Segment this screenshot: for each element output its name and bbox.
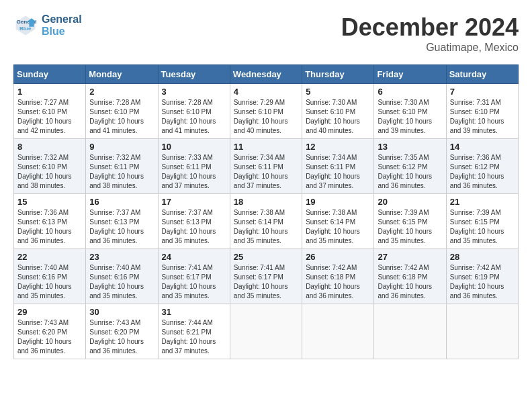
calendar-cell: 5 Sunrise: 7:30 AM Sunset: 6:10 PM Dayli… xyxy=(302,84,374,139)
day-info: Sunrise: 7:37 AM Sunset: 6:13 PM Dayligh… xyxy=(89,208,154,246)
calendar-cell: 16 Sunrise: 7:37 AM Sunset: 6:13 PM Dayl… xyxy=(86,194,158,249)
day-number: 2 xyxy=(89,87,154,97)
day-info: Sunrise: 7:28 AM Sunset: 6:10 PM Dayligh… xyxy=(162,98,226,136)
calendar-cell: 15 Sunrise: 7:36 AM Sunset: 6:13 PM Dayl… xyxy=(14,194,86,249)
calendar-cell: 27 Sunrise: 7:42 AM Sunset: 6:18 PM Dayl… xyxy=(374,249,446,304)
calendar-header-thursday: Thursday xyxy=(302,65,374,84)
day-info: Sunrise: 7:40 AM Sunset: 6:16 PM Dayligh… xyxy=(17,263,82,301)
calendar-cell: 4 Sunrise: 7:29 AM Sunset: 6:10 PM Dayli… xyxy=(230,84,302,139)
calendar-header-wednesday: Wednesday xyxy=(230,65,302,84)
day-info: Sunrise: 7:44 AM Sunset: 6:21 PM Dayligh… xyxy=(162,318,226,356)
day-number: 30 xyxy=(89,307,154,317)
logo-text-line2: Blue xyxy=(42,26,82,38)
day-info: Sunrise: 7:33 AM Sunset: 6:11 PM Dayligh… xyxy=(162,153,226,191)
calendar: SundayMondayTuesdayWednesdayThursdayFrid… xyxy=(13,64,519,359)
day-info: Sunrise: 7:29 AM Sunset: 6:10 PM Dayligh… xyxy=(234,98,298,136)
calendar-cell: 9 Sunrise: 7:32 AM Sunset: 6:11 PM Dayli… xyxy=(86,139,158,194)
calendar-header-sunday: Sunday xyxy=(14,65,86,84)
day-info: Sunrise: 7:34 AM Sunset: 6:11 PM Dayligh… xyxy=(306,153,370,191)
calendar-week-row: 1 Sunrise: 7:27 AM Sunset: 6:10 PM Dayli… xyxy=(14,84,519,139)
day-info: Sunrise: 7:40 AM Sunset: 6:16 PM Dayligh… xyxy=(89,263,154,301)
day-info: Sunrise: 7:41 AM Sunset: 6:17 PM Dayligh… xyxy=(162,263,226,301)
day-info: Sunrise: 7:32 AM Sunset: 6:10 PM Dayligh… xyxy=(17,153,82,191)
day-number: 3 xyxy=(162,87,226,97)
day-info: Sunrise: 7:43 AM Sunset: 6:20 PM Dayligh… xyxy=(89,318,154,356)
calendar-cell: 23 Sunrise: 7:40 AM Sunset: 6:16 PM Dayl… xyxy=(86,249,158,304)
calendar-cell xyxy=(446,304,518,359)
calendar-cell: 20 Sunrise: 7:39 AM Sunset: 6:15 PM Dayl… xyxy=(374,194,446,249)
calendar-cell: 7 Sunrise: 7:31 AM Sunset: 6:10 PM Dayli… xyxy=(446,84,518,139)
calendar-header-friday: Friday xyxy=(374,65,446,84)
day-info: Sunrise: 7:31 AM Sunset: 6:10 PM Dayligh… xyxy=(450,98,515,136)
calendar-cell: 6 Sunrise: 7:30 AM Sunset: 6:10 PM Dayli… xyxy=(374,84,446,139)
calendar-header-monday: Monday xyxy=(86,65,158,84)
day-number: 22 xyxy=(17,252,82,262)
title-area: December 2024 Guatimape, Mexico xyxy=(341,13,519,54)
day-number: 8 xyxy=(17,142,82,152)
day-info: Sunrise: 7:30 AM Sunset: 6:10 PM Dayligh… xyxy=(306,98,370,136)
day-number: 20 xyxy=(378,197,442,207)
calendar-week-row: 15 Sunrise: 7:36 AM Sunset: 6:13 PM Dayl… xyxy=(14,194,519,249)
calendar-cell: 28 Sunrise: 7:42 AM Sunset: 6:19 PM Dayl… xyxy=(446,249,518,304)
calendar-cell: 12 Sunrise: 7:34 AM Sunset: 6:11 PM Dayl… xyxy=(302,139,374,194)
month-title: December 2024 xyxy=(341,13,519,42)
day-number: 9 xyxy=(89,142,154,152)
day-info: Sunrise: 7:42 AM Sunset: 6:19 PM Dayligh… xyxy=(450,263,515,301)
logo-text-line1: General xyxy=(42,13,82,26)
calendar-cell: 1 Sunrise: 7:27 AM Sunset: 6:10 PM Dayli… xyxy=(14,84,86,139)
day-info: Sunrise: 7:32 AM Sunset: 6:11 PM Dayligh… xyxy=(89,153,154,191)
calendar-cell xyxy=(302,304,374,359)
day-number: 12 xyxy=(306,142,370,152)
day-number: 14 xyxy=(450,142,515,152)
day-number: 7 xyxy=(450,87,515,97)
calendar-cell: 19 Sunrise: 7:38 AM Sunset: 6:14 PM Dayl… xyxy=(302,194,374,249)
calendar-cell: 11 Sunrise: 7:34 AM Sunset: 6:11 PM Dayl… xyxy=(230,139,302,194)
day-number: 24 xyxy=(162,252,226,262)
day-info: Sunrise: 7:35 AM Sunset: 6:12 PM Dayligh… xyxy=(378,153,442,191)
calendar-week-row: 8 Sunrise: 7:32 AM Sunset: 6:10 PM Dayli… xyxy=(14,139,519,194)
calendar-cell: 26 Sunrise: 7:42 AM Sunset: 6:18 PM Dayl… xyxy=(302,249,374,304)
calendar-cell: 18 Sunrise: 7:38 AM Sunset: 6:14 PM Dayl… xyxy=(230,194,302,249)
day-number: 29 xyxy=(17,307,82,317)
calendar-cell: 21 Sunrise: 7:39 AM Sunset: 6:15 PM Dayl… xyxy=(446,194,518,249)
day-number: 28 xyxy=(450,252,515,262)
day-number: 11 xyxy=(234,142,298,152)
day-number: 19 xyxy=(306,197,370,207)
day-info: Sunrise: 7:38 AM Sunset: 6:14 PM Dayligh… xyxy=(306,208,370,246)
calendar-week-row: 29 Sunrise: 7:43 AM Sunset: 6:20 PM Dayl… xyxy=(14,304,519,359)
day-info: Sunrise: 7:39 AM Sunset: 6:15 PM Dayligh… xyxy=(450,208,515,246)
day-info: Sunrise: 7:36 AM Sunset: 6:12 PM Dayligh… xyxy=(450,153,515,191)
day-info: Sunrise: 7:39 AM Sunset: 6:15 PM Dayligh… xyxy=(378,208,442,246)
day-number: 31 xyxy=(162,307,226,317)
calendar-cell: 25 Sunrise: 7:41 AM Sunset: 6:17 PM Dayl… xyxy=(230,249,302,304)
calendar-cell xyxy=(374,304,446,359)
calendar-cell xyxy=(230,304,302,359)
day-info: Sunrise: 7:30 AM Sunset: 6:10 PM Dayligh… xyxy=(378,98,442,136)
calendar-cell: 14 Sunrise: 7:36 AM Sunset: 6:12 PM Dayl… xyxy=(446,139,518,194)
calendar-cell: 24 Sunrise: 7:41 AM Sunset: 6:17 PM Dayl… xyxy=(158,249,230,304)
calendar-cell: 10 Sunrise: 7:33 AM Sunset: 6:11 PM Dayl… xyxy=(158,139,230,194)
day-number: 1 xyxy=(17,87,82,97)
day-info: Sunrise: 7:37 AM Sunset: 6:13 PM Dayligh… xyxy=(162,208,226,246)
day-info: Sunrise: 7:43 AM Sunset: 6:20 PM Dayligh… xyxy=(17,318,82,356)
day-info: Sunrise: 7:38 AM Sunset: 6:14 PM Dayligh… xyxy=(234,208,298,246)
day-info: Sunrise: 7:42 AM Sunset: 6:18 PM Dayligh… xyxy=(306,263,370,301)
day-number: 6 xyxy=(378,87,442,97)
day-info: Sunrise: 7:27 AM Sunset: 6:10 PM Dayligh… xyxy=(17,98,82,136)
day-number: 21 xyxy=(450,197,515,207)
day-number: 16 xyxy=(89,197,154,207)
day-number: 23 xyxy=(89,252,154,262)
day-number: 4 xyxy=(234,87,298,97)
day-info: Sunrise: 7:34 AM Sunset: 6:11 PM Dayligh… xyxy=(234,153,298,191)
day-number: 13 xyxy=(378,142,442,152)
day-info: Sunrise: 7:41 AM Sunset: 6:17 PM Dayligh… xyxy=(234,263,298,301)
day-info: Sunrise: 7:36 AM Sunset: 6:13 PM Dayligh… xyxy=(17,208,82,246)
day-number: 15 xyxy=(17,197,82,207)
calendar-header-row: SundayMondayTuesdayWednesdayThursdayFrid… xyxy=(14,65,519,84)
calendar-cell: 3 Sunrise: 7:28 AM Sunset: 6:10 PM Dayli… xyxy=(158,84,230,139)
logo: General Blue General Blue xyxy=(13,13,82,38)
day-number: 5 xyxy=(306,87,370,97)
day-number: 25 xyxy=(234,252,298,262)
calendar-header-saturday: Saturday xyxy=(446,65,518,84)
calendar-header-tuesday: Tuesday xyxy=(158,65,230,84)
